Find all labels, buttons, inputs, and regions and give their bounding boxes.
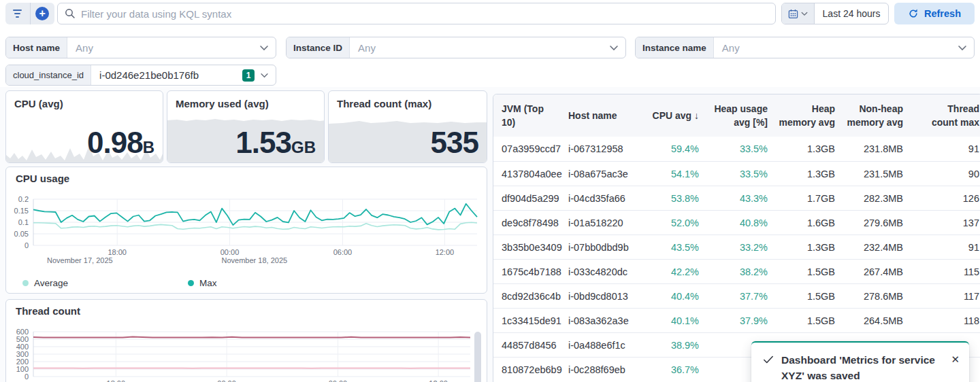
table-row[interactable]: 07a3959ccd7i-06731295859.4%33.5%1.3GB231… — [493, 137, 980, 161]
kql-search-bar[interactable] — [57, 3, 776, 24]
date-picker: Last 24 hours — [781, 3, 889, 24]
table-row[interactable]: 3b35b0e3409i-07bb0dbd9b43.5%33.2%1.3GB23… — [493, 235, 980, 259]
table-cell: 40.8% — [702, 218, 770, 228]
table-cell: 279.6MB — [838, 218, 906, 228]
svg-text:00:00: 00:00 — [217, 379, 236, 382]
control-host-name[interactable]: Host name Any — [5, 37, 276, 58]
table-cell: 126 — [906, 193, 980, 204]
table-cell: i-07bb0dbd9b — [568, 242, 634, 253]
panel-scrollbar[interactable] — [474, 332, 481, 382]
table-cell: 1.5GB — [770, 291, 838, 302]
control-instance-name[interactable]: Instance name Any — [635, 37, 975, 58]
svg-text:200: 200 — [16, 358, 29, 366]
table-cell: i-0bd9cd8013 — [568, 291, 634, 302]
svg-text:0.1: 0.1 — [18, 218, 29, 226]
table-cell: 53.8% — [634, 193, 702, 204]
svg-text:November 17, 2025: November 17, 2025 — [47, 256, 113, 264]
table-row[interactable]: 1675c4b7188i-033c4820dc42.2%38.2%1.5GB26… — [493, 259, 980, 283]
search-icon — [65, 8, 76, 19]
control-label: Instance ID — [287, 37, 350, 58]
chevron-down-icon — [958, 45, 967, 51]
date-picker-quick-menu-button[interactable] — [782, 3, 815, 24]
table-row[interactable]: de9c8f78498i-01a51822052.0%40.8%1.6GB279… — [493, 210, 980, 235]
table-column-header[interactable]: Host name — [568, 105, 634, 126]
saved-query-menu-button[interactable] — [5, 3, 30, 24]
svg-text:500: 500 — [16, 335, 29, 343]
table-cell: 43.5% — [634, 242, 702, 253]
table-cell: 07a3959ccd7 — [502, 143, 568, 154]
table-cell: 117 — [906, 291, 980, 302]
table-row[interactable]: 1c33415de91i-083a362a3e40.1%37.9%1.5GB26… — [493, 308, 980, 332]
table-column-header[interactable]: Non-heapmemory avg — [838, 98, 906, 134]
table-cell: 810872eb6b9 — [502, 364, 568, 375]
table-cell: 282.3MB — [838, 193, 906, 204]
table-cell: 1.7GB — [770, 193, 838, 204]
svg-text:12:00: 12:00 — [429, 379, 448, 382]
add-filter-button[interactable]: + — [30, 3, 55, 24]
svg-text:400: 400 — [16, 343, 29, 351]
metric-card-thread-count-max[interactable]: Thread count (max) 535 — [328, 90, 487, 163]
filter-pill-cloud-instance-id[interactable]: cloud_instance_id i-0d246e21be0b176fb 1 — [5, 65, 276, 86]
table-column-header[interactable]: JVM (Top10) — [502, 98, 568, 134]
thread-count-chart[interactable]: 010020030040050060018:0000:0006:0012:00 — [6, 300, 473, 382]
svg-text:18:00: 18:00 — [107, 379, 126, 382]
table-cell: 33.5% — [702, 143, 770, 154]
table-cell: 1.3GB — [770, 242, 838, 253]
calendar-icon — [788, 9, 798, 19]
refresh-icon — [908, 8, 919, 19]
table-cell: i-0c288f69eb — [568, 364, 634, 375]
chevron-down-icon — [259, 45, 269, 51]
table-cell: 1.5GB — [770, 315, 838, 326]
refresh-button[interactable]: Refresh — [894, 3, 975, 24]
table-cell: 278.6MB — [838, 291, 906, 302]
table-column-header[interactable]: CPU avg ↓ — [634, 105, 702, 126]
kql-search-input[interactable] — [81, 8, 768, 20]
table-cell: 1c33415de91 — [502, 315, 568, 326]
table-cell: 42.2% — [634, 266, 702, 277]
cpu-usage-chart[interactable]: 00.050.10.150.218:0000:00November 18, 20… — [6, 167, 487, 269]
table-cell: 1.6GB — [770, 218, 838, 228]
table-cell: 33.5% — [702, 169, 770, 179]
table-cell: 90 — [906, 169, 980, 179]
time-range-button[interactable]: Last 24 hours — [815, 3, 888, 24]
svg-text:06:00: 06:00 — [329, 379, 348, 382]
table-column-header[interactable]: Heap usageavg [%] — [702, 98, 770, 134]
refresh-label: Refresh — [924, 8, 961, 19]
toast-message: Dashboard 'Metrics for service XYZ' was … — [781, 352, 944, 382]
thread-count-panel: Thread count 010020030040050060018:0000:… — [5, 299, 487, 382]
svg-text:00:00: 00:00 — [220, 248, 240, 256]
metric-card-memory-used-avg[interactable]: Memory used (avg) 1.53GB — [167, 90, 325, 163]
table-cell: i-01a518220 — [568, 218, 634, 228]
jvm-table-panel: JVM (Top10)Host nameCPU avg ↓Heap usagea… — [493, 94, 980, 382]
save-success-toast: Dashboard 'Metrics for service XYZ' was … — [751, 341, 969, 382]
table-cell: 37.7% — [702, 291, 770, 302]
filter-pill-count-badge: 1 — [242, 69, 255, 82]
svg-text:100: 100 — [16, 365, 29, 373]
table-cell: 232.4MB — [838, 242, 906, 253]
table-cell: 52.0% — [634, 218, 702, 228]
table-cell: i-067312958 — [568, 143, 634, 154]
table-cell: 40.1% — [634, 315, 702, 326]
table-column-header[interactable]: Heapmemory avg — [770, 98, 838, 134]
legend-dot-max — [188, 280, 194, 286]
metric-value: 1.53GB — [235, 126, 316, 160]
table-cell: 118 — [906, 315, 980, 326]
table-cell: 267.4MB — [838, 266, 906, 277]
metric-card-cpu-avg[interactable]: CPU (avg) 0.98B — [5, 90, 163, 163]
table-cell: i-033c4820dc — [568, 266, 634, 277]
legend-item-average[interactable]: Average — [22, 278, 68, 288]
legend-item-max[interactable]: Max — [188, 278, 217, 288]
table-row[interactable]: 8cd92d36c4bi-0bd9cd801340.4%37.7%1.5GB27… — [493, 283, 980, 308]
table-cell: 8cd92d36c4b — [502, 291, 568, 302]
table-row[interactable]: 4137804a0eei-08a675ac3e54.1%33.5%1.3GB23… — [493, 161, 980, 186]
close-icon[interactable]: ✕ — [951, 352, 960, 382]
control-label: Instance name — [636, 37, 714, 58]
table-row[interactable]: df904d5a299i-04cd35fa6653.8%43.3%1.7GB28… — [493, 186, 980, 210]
table-header-row: JVM (Top10)Host nameCPU avg ↓Heap usagea… — [493, 94, 980, 137]
table-column-header[interactable]: Threadcount max — [906, 98, 980, 134]
table-cell: 231.5MB — [838, 169, 906, 179]
control-value: Any — [67, 37, 259, 58]
control-instance-id[interactable]: Instance ID Any — [286, 37, 626, 58]
table-cell: 40.4% — [634, 291, 702, 302]
svg-text:0.15: 0.15 — [14, 207, 29, 215]
